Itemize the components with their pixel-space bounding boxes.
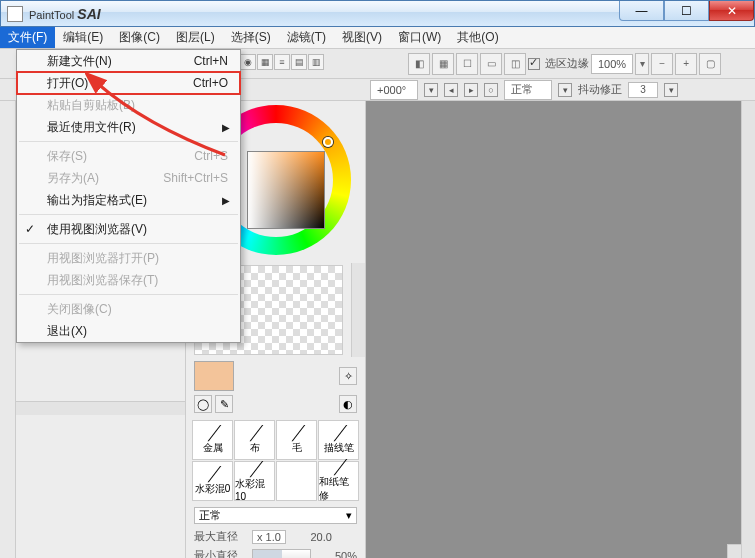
menu-item-paste[interactable]: 粘贴自剪贴板(B)	[17, 94, 240, 116]
fg-color-swatch[interactable]	[194, 361, 234, 391]
menu-window[interactable]: 窗口(W)	[390, 27, 449, 48]
right-scrollbar[interactable]	[741, 101, 755, 558]
zoom-down-button[interactable]: ▾	[635, 53, 649, 75]
brush-cell[interactable]: ╱和纸笔修	[318, 461, 359, 501]
window-buttons: — ☐ ✕	[619, 1, 754, 21]
menu-item-close-image[interactable]: 关闭图像(C)	[17, 298, 240, 320]
brush-cell[interactable]: ╱金属	[192, 420, 233, 460]
menu-item-label: 另存为(A)	[47, 170, 99, 187]
close-button[interactable]: ✕	[709, 1, 754, 21]
dropper-icon[interactable]: ◐	[339, 395, 357, 413]
brush-mode-select[interactable]: 正常▾	[194, 507, 357, 524]
menu-item-use-browser[interactable]: ✓ 使用视图浏览器(V)	[17, 218, 240, 240]
brush-label: 水彩混0	[195, 482, 231, 496]
file-menu-dropdown: 新建文件(N) Ctrl+N 打开(O) Ctrl+O 粘贴自剪贴板(B) 最近…	[16, 49, 241, 343]
menu-item-save[interactable]: 保存(S) Ctrl+S	[17, 145, 240, 167]
stabilizer-down-button[interactable]: ▾	[664, 83, 678, 97]
zoom-out-button[interactable]: −	[651, 53, 673, 75]
color-mode-icon[interactable]: ▦	[257, 54, 273, 70]
zoom-in-button[interactable]: +	[675, 53, 697, 75]
eraser-icon[interactable]: ◯	[194, 395, 212, 413]
brush-cell[interactable]: ╱水彩混10	[234, 461, 275, 501]
submenu-arrow-icon: ▶	[222, 122, 230, 133]
menu-item-browse-open[interactable]: 用视图浏览器打开(P)	[17, 247, 240, 269]
blend-box[interactable]: 正常	[504, 80, 552, 100]
tool-button[interactable]: ▭	[480, 53, 502, 75]
angle-box[interactable]: +000°	[370, 80, 418, 100]
canvas-area[interactable]	[366, 101, 741, 558]
menu-image[interactable]: 图像(C)	[111, 27, 168, 48]
menu-item-saveas[interactable]: 另存为(A) Shift+Ctrl+S	[17, 167, 240, 189]
wheel-marker-icon[interactable]	[323, 137, 333, 147]
menu-file[interactable]: 文件(F)	[0, 27, 55, 48]
app-name-prefix: PaintTool	[29, 9, 77, 21]
menu-item-new[interactable]: 新建文件(N) Ctrl+N	[17, 50, 240, 72]
menu-item-open[interactable]: 打开(O) Ctrl+O	[17, 72, 240, 94]
menu-item-exit[interactable]: 退出(X)	[17, 320, 240, 342]
param-value[interactable]: 50%	[317, 550, 357, 559]
angle-down-button[interactable]: ▾	[424, 83, 438, 97]
menu-filter[interactable]: 滤镜(T)	[279, 27, 334, 48]
angle-dec-button[interactable]: ◂	[444, 83, 458, 97]
menu-layer[interactable]: 图层(L)	[168, 27, 223, 48]
menu-item-recent[interactable]: 最近使用文件(R) ▶	[17, 116, 240, 138]
maximize-button[interactable]: ☐	[664, 1, 709, 21]
tool-button[interactable]: ◫	[504, 53, 526, 75]
menu-item-label: 打开(O)	[47, 75, 88, 92]
brush-label: 毛	[292, 441, 302, 455]
menu-item-label: 保存(S)	[47, 148, 87, 165]
color-mode-icon[interactable]: ≡	[274, 54, 290, 70]
angle-reset-button[interactable]: ○	[484, 83, 498, 97]
menu-item-export[interactable]: 输出为指定格式(E) ▶	[17, 189, 240, 211]
color-square[interactable]	[247, 151, 325, 229]
brush-grid: ╱金属 ╱布 ╱毛 ╱描线笔 ╱水彩混0 ╱水彩混10 ╱和纸笔修	[186, 417, 365, 504]
zoom-fit-button[interactable]: ▢	[699, 53, 721, 75]
blend-down-button[interactable]: ▾	[558, 83, 572, 97]
brush-cell[interactable]: ╱水彩混0	[192, 461, 233, 501]
menu-other[interactable]: 其他(O)	[449, 27, 506, 48]
menu-item-label: 用视图浏览器打开(P)	[47, 250, 159, 267]
zoom-box[interactable]: 100%	[591, 54, 633, 74]
param-mult[interactable]: x 1.0	[252, 530, 286, 544]
mini-tools: ◯ ✎ ◐	[186, 395, 365, 417]
param-slider[interactable]	[252, 549, 311, 559]
minimize-button[interactable]: —	[619, 1, 664, 21]
tool-button[interactable]: ▦	[432, 53, 454, 75]
color-mode-icon[interactable]: ▥	[308, 54, 324, 70]
param-value[interactable]: 20.0	[292, 531, 332, 543]
menu-item-shortcut: Ctrl+S	[194, 149, 228, 163]
sel-edge-checkbox[interactable]	[528, 58, 540, 70]
menu-item-label: 使用视图浏览器(V)	[47, 221, 147, 238]
tool-button[interactable]: ☐	[456, 53, 478, 75]
brush-cell[interactable]: ╱描线笔	[318, 420, 359, 460]
brush-label: 金属	[203, 441, 223, 455]
brush-cell[interactable]: ╱毛	[276, 420, 317, 460]
param-max-size: 最大直径 x 1.0 20.0	[186, 527, 365, 546]
menu-select[interactable]: 选择(S)	[223, 27, 279, 48]
menu-view[interactable]: 视图(V)	[334, 27, 390, 48]
wand-icon[interactable]: ✧	[339, 367, 357, 385]
brush-cell[interactable]: ╱布	[234, 420, 275, 460]
brush-icon[interactable]: ✎	[215, 395, 233, 413]
brush-label: 布	[250, 441, 260, 455]
color-mode-icon[interactable]: ◉	[240, 54, 256, 70]
menu-item-shortcut: Ctrl+O	[193, 76, 228, 90]
brush-cell-empty[interactable]	[276, 461, 317, 501]
tool-button[interactable]: ◧	[408, 53, 430, 75]
menu-item-label: 粘贴自剪贴板(B)	[47, 97, 135, 114]
stabilizer-value[interactable]: 3	[628, 82, 658, 98]
scrollbar[interactable]	[16, 401, 185, 415]
canvas-corner	[727, 544, 741, 558]
color-mode-icons: ◉ ▦ ≡ ▤ ▥	[240, 54, 324, 70]
param-min-size: 最小直径 50%	[186, 546, 365, 558]
color-mode-icon[interactable]: ▤	[291, 54, 307, 70]
menubar: 文件(F) 编辑(E) 图像(C) 图层(L) 选择(S) 滤镜(T) 视图(V…	[0, 27, 755, 49]
menu-item-browse-save[interactable]: 用视图浏览器保存(T)	[17, 269, 240, 291]
brush-label: 和纸笔修	[319, 475, 358, 503]
sel-edge-label: 选区边缘	[545, 56, 589, 71]
param-label: 最大直径	[194, 529, 246, 544]
scrollbar[interactable]	[351, 263, 365, 357]
app-icon	[7, 6, 23, 22]
angle-inc-button[interactable]: ▸	[464, 83, 478, 97]
menu-edit[interactable]: 编辑(E)	[55, 27, 111, 48]
